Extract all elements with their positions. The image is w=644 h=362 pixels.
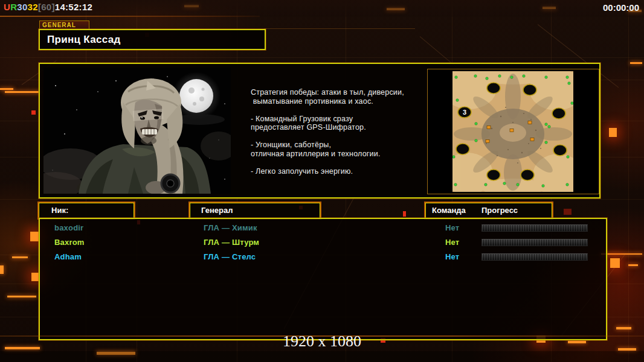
player-team: Нет [445, 235, 459, 250]
circuit-node [610, 258, 620, 268]
briefing-line [251, 158, 432, 167]
general-portrait [43, 68, 231, 194]
player-nick: baxodir [54, 221, 83, 235]
briefing-line: Стратегия победы: атаки в тыл, диверсии, [251, 88, 432, 97]
player-row: AdhamГЛА — СтелсНет [40, 250, 606, 264]
player-nick: Baxrom [54, 235, 85, 250]
loading-screen: UR3032[60]14:52:12 00:00:00 GENERAL Прин… [0, 0, 644, 362]
svg-text:3: 3 [463, 109, 466, 116]
progress-bar [481, 224, 588, 232]
player-team: Нет [445, 250, 459, 264]
player-row: BaxromГЛА — ШтурмНет [40, 235, 606, 250]
nick-header-label: Ник: [51, 203, 68, 218]
player-general: ГЛА — Стелс [204, 250, 256, 264]
briefing-line: выматывание противника и хаос. [251, 97, 432, 106]
circuit-line [0, 199, 644, 200]
clock: 14:52:12 [55, 2, 92, 12]
team-header-label: Команда [432, 203, 466, 218]
player-list-box: baxodirГЛА — ХимикНетBaxromГЛА — ШтурмНе… [39, 218, 607, 340]
player-nick: Adham [54, 250, 82, 264]
player-row: baxodirГЛА — ХимикНет [40, 221, 606, 235]
general-name: Принц Кассад [47, 30, 121, 49]
player-rows: baxodirГЛА — ХимикНетBaxromГЛА — ШтурмНе… [40, 221, 606, 264]
briefing-line: - Угонщики, саботёры, [251, 141, 432, 150]
fps-monitor-r: R [10, 2, 17, 12]
player-general: ГЛА — Штурм [204, 235, 259, 250]
circuit-dash [630, 62, 642, 64]
general-portrait-art [43, 68, 231, 194]
circuit-dash [5, 91, 40, 93]
briefing-line: - Командный Грузовик сразу [251, 115, 432, 124]
bottom-strip [0, 351, 644, 362]
briefing-text: Стратегия победы: атаки в тыл, диверсии,… [251, 88, 432, 176]
briefing-box: Стратегия победы: атаки в тыл, диверсии,… [39, 63, 601, 198]
minimap: 3 [452, 71, 573, 192]
circuit-node-red [564, 209, 572, 215]
briefing-line: отличная артиллерия и технологии. [251, 150, 432, 159]
fps-monitor-u: U [4, 2, 10, 12]
progress-bar [481, 239, 588, 246]
player-general: ГЛА — Химик [204, 221, 257, 235]
circuit-dash [0, 88, 13, 90]
circuit-node-red [31, 110, 36, 115]
fps-average: 32 [28, 2, 38, 12]
circuit-dash [7, 296, 36, 297]
general-name-box: Принц Кассад [39, 29, 266, 50]
top-bar-underline [0, 16, 260, 17]
circuit-node [30, 232, 39, 241]
player-team: Нет [445, 221, 459, 235]
circuit-line [264, 28, 415, 29]
circuit-node [609, 128, 617, 137]
resolution-label: 1920 x 1080 [0, 332, 644, 351]
match-timer: 00:00:00 [603, 2, 639, 13]
briefing-line [251, 106, 432, 115]
minimap-box: 3 [427, 69, 599, 194]
circuit-dash [616, 327, 631, 329]
circuit-line [628, 0, 629, 362]
progress-bar [481, 253, 588, 261]
circuit-dash [12, 256, 28, 258]
circuit-dash [601, 253, 642, 255]
progress-header-label: Прогресс [481, 203, 518, 218]
column-header-team-progress: Команда Прогресс [425, 203, 552, 218]
fps-cap: [60] [38, 2, 55, 12]
fps-current: 30 [17, 2, 27, 12]
briefing-line [251, 132, 432, 141]
circuit-node-red [403, 211, 406, 217]
briefing-line: - Легко заполучить энергию. [251, 167, 432, 176]
fps-monitor: UR3032[60]14:52:12 [4, 2, 92, 12]
circuit-line [0, 57, 644, 58]
column-header-nick: Ник: [39, 203, 134, 218]
top-bar [0, 0, 644, 17]
general-header-label: Генерал [201, 203, 233, 218]
briefing-line: предоставляет GPS-Шифратор. [251, 123, 432, 132]
column-header-general: Генерал [190, 203, 320, 218]
circuit-dash [628, 264, 638, 266]
circuit-dash [0, 265, 4, 274]
